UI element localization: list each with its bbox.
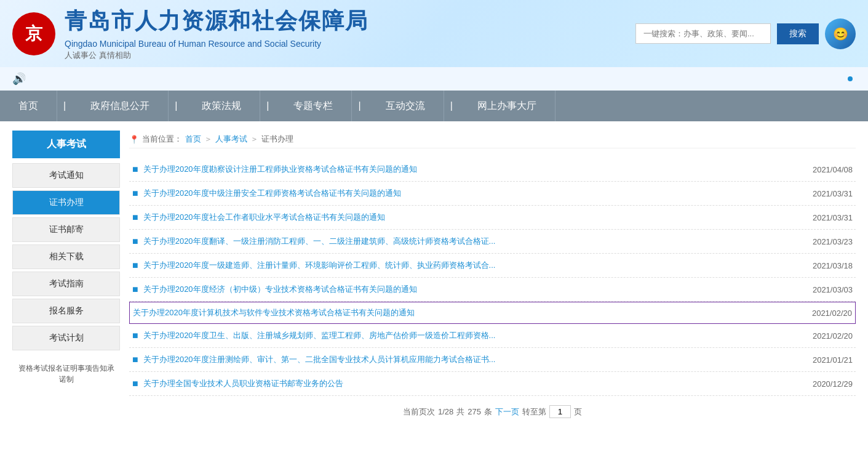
main-layout: 人事考试 考试通知 证书办理 证书邮寄 相关下载 考试指南 报名服务 考试计划 …	[0, 121, 868, 437]
article-item: ■ 关于办理2020年度注册测绘师、审计、第一、二批全国专业技术人员计算机应用能…	[129, 348, 856, 372]
breadcrumb: 📍 当前位置： 首页 ＞ 人事考试 ＞ 证书办理	[129, 131, 856, 148]
breadcrumb-current: 证书办理	[261, 134, 293, 145]
nav-item-gov-info[interactable]: 政府信息公开	[72, 91, 169, 121]
content-area: 📍 当前位置： 首页 ＞ 人事考试 ＞ 证书办理 ■ 关于办理2020年度勘察设…	[129, 131, 856, 427]
nav-sep-4: |	[352, 91, 367, 121]
article-bullet: ■	[132, 212, 138, 223]
article-bullet: ■	[132, 164, 138, 175]
article-item: ■ 关于办理2020年度勘察设计注册工程师执业资格考试合格证书有关问题的通知 2…	[129, 158, 856, 182]
pagination-goto-label: 转至第	[522, 406, 546, 418]
article-title[interactable]: 关于办理2020年度注册测绘师、审计、第一、二批全国专业技术人员计算机应用能力考…	[143, 354, 800, 365]
article-title[interactable]: 关于办理2020年度经济（初中级）专业技术资格考试合格证书有关问题的通知	[143, 284, 800, 295]
header-right: 搜索 😊	[635, 18, 856, 49]
main-nav: 首页 | 政府信息公开 | 政策法规 | 专题专栏 | 互动交流 | 网上办事大…	[0, 91, 868, 121]
breadcrumb-home[interactable]: 首页	[185, 134, 201, 145]
site-subtitle: 人诚事公 真情相助	[65, 50, 368, 61]
avatar: 😊	[825, 18, 856, 49]
article-title[interactable]: 关于办理2020年度勘察设计注册工程师执业资格考试合格证书有关问题的通知	[143, 164, 800, 175]
article-title[interactable]: 关于办理全国专业技术人员职业资格证书邮寄业务的公告	[143, 378, 800, 389]
article-title[interactable]: 关于办理2020年度计算机技术与软件专业技术资格考试合格证书有关问题的通知	[133, 307, 800, 318]
pagination-count-unit: 条	[484, 406, 492, 418]
location-icon: 📍	[129, 135, 139, 144]
article-item: ■ 关于办理全国专业技术人员职业资格证书邮寄业务的公告 2020/12/29	[129, 372, 856, 396]
nav-item-home[interactable]: 首页	[0, 91, 57, 121]
header-title-area: 青岛市人力资源和社会保障局 Qingdao Municipal Bureau o…	[65, 6, 368, 61]
search-input[interactable]	[635, 23, 771, 44]
article-bullet: ■	[132, 354, 138, 365]
pagination-page-unit: 页	[574, 406, 582, 418]
article-bullet: ■	[132, 284, 138, 295]
article-title[interactable]: 关于办理2020年度中级注册安全工程师资格考试合格证书有关问题的通知	[143, 188, 800, 199]
article-bullet: ■	[132, 330, 138, 341]
article-title[interactable]: 关于办理2020年度社会工作者职业水平考试合格证书有关问题的通知	[143, 212, 800, 223]
sidebar-item-registration[interactable]: 报名服务	[12, 299, 120, 323]
breadcrumb-exam[interactable]: 人事考试	[215, 134, 247, 145]
article-date: 2021/04/08	[813, 165, 853, 174]
article-item: ■ 关于办理2020年度经济（初中级）专业技术资格考试合格证书有关问题的通知 2…	[129, 278, 856, 302]
article-bullet: ■	[132, 260, 138, 271]
site-title-cn: 青岛市人力资源和社会保障局	[65, 6, 368, 36]
article-item: ■ 关于办理2020年度社会工作者职业水平考试合格证书有关问题的通知 2021/…	[129, 206, 856, 230]
article-title[interactable]: 关于办理2020年度一级建造师、注册计量师、环境影响评价工程师、统计师、执业药师…	[143, 260, 800, 271]
logo-area: 京	[12, 12, 55, 55]
pagination-goto-input[interactable]	[549, 405, 571, 418]
article-title[interactable]: 关于办理2020年度卫生、出版、注册城乡规划师、监理工程师、房地产估价师一级造价…	[143, 330, 800, 341]
search-button[interactable]: 搜索	[777, 23, 819, 44]
pagination-next[interactable]: 下一页	[495, 406, 519, 418]
article-item: 关于办理2020年度计算机技术与软件专业技术资格考试合格证书有关问题的通知 20…	[129, 302, 856, 324]
breadcrumb-sep-1: ＞	[204, 134, 212, 145]
site-title-en: Qingdao Municipal Bureau of Human Resour…	[65, 39, 368, 49]
speaker-icon: 🔊	[12, 72, 26, 86]
sidebar-item-cert-handle[interactable]: 证书办理	[12, 190, 120, 215]
article-bullet: ■	[132, 236, 138, 247]
pagination-total-count: 275	[468, 407, 481, 416]
article-date: 2021/02/20	[813, 331, 853, 341]
pagination-total-label: 共	[456, 406, 464, 418]
header: 京 青岛市人力资源和社会保障局 Qingdao Municipal Bureau…	[0, 0, 868, 67]
article-date: 2020/12/29	[813, 379, 853, 389]
nav-item-policy[interactable]: 政策法规	[183, 91, 260, 121]
article-item: ■ 关于办理2020年度一级建造师、注册计量师、环境影响评价工程师、统计师、执业…	[129, 254, 856, 278]
breadcrumb-sep-2: ＞	[250, 134, 258, 145]
article-date: 2021/03/03	[813, 285, 853, 294]
nav-item-topics[interactable]: 专题专栏	[275, 91, 352, 121]
article-date: 2021/03/31	[813, 189, 853, 198]
sidebar-item-cert-mail[interactable]: 证书邮寄	[12, 217, 120, 242]
sidebar-item-exam-plan[interactable]: 考试计划	[12, 326, 120, 350]
article-bullet: ■	[132, 378, 138, 389]
article-date: 2021/02/20	[812, 309, 852, 318]
nav-sep-3: |	[260, 91, 275, 121]
pagination-page-info: 1/28	[438, 407, 453, 416]
sidebar: 人事考试 考试通知 证书办理 证书邮寄 相关下载 考试指南 报名服务 考试计划 …	[12, 131, 120, 427]
article-title[interactable]: 关于办理2020年度翻译、一级注册消防工程师、一、二级注册建筑师、高级统计师资格…	[143, 236, 800, 247]
sidebar-item-downloads[interactable]: 相关下载	[12, 244, 120, 269]
header-left: 京 青岛市人力资源和社会保障局 Qingdao Municipal Bureau…	[12, 6, 368, 61]
article-date: 2021/03/23	[813, 237, 853, 246]
article-bullet: ■	[132, 188, 138, 199]
breadcrumb-prefix: 当前位置：	[142, 134, 182, 145]
sidebar-item-exam-notice[interactable]: 考试通知	[12, 163, 120, 188]
article-list: ■ 关于办理2020年度勘察设计注册工程师执业资格考试合格证书有关问题的通知 2…	[129, 158, 856, 396]
article-item: ■ 关于办理2020年度卫生、出版、注册城乡规划师、监理工程师、房地产估价师一级…	[129, 324, 856, 348]
banner-strip: 🔊	[0, 67, 868, 91]
article-item: ■ 关于办理2020年度翻译、一级注册消防工程师、一、二级注册建筑师、高级统计师…	[129, 230, 856, 254]
nav-sep-5: |	[444, 91, 459, 121]
pagination-current-label: 当前页次	[403, 406, 435, 418]
article-item: ■ 关于办理2020年度中级注册安全工程师资格考试合格证书有关问题的通知 202…	[129, 182, 856, 206]
sidebar-header: 人事考试	[12, 131, 120, 158]
article-date: 2021/01/21	[813, 355, 853, 365]
pagination: 当前页次 1/28 共 275 条 下一页 转至第 页	[129, 396, 856, 427]
sidebar-item-exam-guide[interactable]: 考试指南	[12, 272, 120, 296]
nav-item-online[interactable]: 网上办事大厅	[459, 91, 555, 121]
logo-icon: 京	[12, 12, 55, 55]
nav-sep-1: |	[57, 91, 72, 121]
article-date: 2021/03/18	[813, 261, 853, 270]
dot-indicator	[848, 76, 853, 81]
nav-sep-2: |	[169, 91, 183, 121]
nav-item-interact[interactable]: 互动交流	[367, 91, 444, 121]
article-date: 2021/03/31	[813, 213, 853, 222]
sidebar-note: 资格考试报名证明事项告知承诺制	[12, 357, 120, 391]
